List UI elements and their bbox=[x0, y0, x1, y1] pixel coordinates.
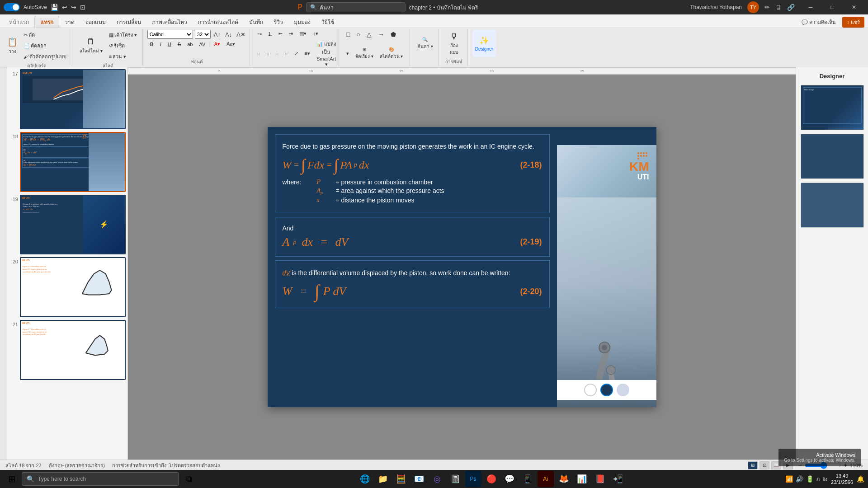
font-shrink-button[interactable]: A↓ bbox=[224, 31, 233, 38]
arrange-button[interactable]: ⊞ จัดเรียง ▾ bbox=[353, 40, 376, 67]
slide-img-19[interactable]: KM UTI Volume 1 is replaced with specifi… bbox=[20, 195, 126, 255]
redo-icon[interactable]: ↪ bbox=[71, 4, 76, 11]
font-color-button[interactable]: A▾ bbox=[212, 40, 223, 48]
comments-button[interactable]: 💬 ความคิดเห็น bbox=[799, 17, 839, 27]
color-option-white[interactable] bbox=[584, 384, 597, 396]
start-button[interactable]: ⊞ bbox=[4, 471, 20, 487]
customize-icon[interactable]: ⊡ bbox=[80, 4, 85, 11]
edge-button[interactable]: 🌐 bbox=[357, 471, 373, 487]
tab-transitions[interactable]: การเปลี่ยน bbox=[111, 16, 146, 28]
align-left-button[interactable]: ≡ bbox=[255, 39, 263, 68]
tab-review[interactable]: รีวิว bbox=[269, 16, 288, 28]
layout-button[interactable]: ▦ เค้าโครง ▾ bbox=[106, 30, 140, 40]
line-spacing-button[interactable]: ↕▾ bbox=[310, 30, 321, 38]
close-button[interactable]: ✕ bbox=[844, 0, 864, 14]
tab-home[interactable]: หน้าแรก bbox=[4, 16, 34, 28]
designer-button[interactable]: ✨ Designer bbox=[472, 30, 496, 57]
task-view-button[interactable]: ⧉ bbox=[181, 471, 197, 487]
slide-thumb-21[interactable]: 21 KM UTI Figure 2.7 Roundtrip cycle of … bbox=[9, 320, 126, 380]
time-display[interactable]: 13:49 23/1/2566 bbox=[831, 473, 853, 486]
columns-button[interactable]: ▤▾ bbox=[297, 30, 309, 38]
line-button[interactable]: 📱 bbox=[519, 471, 536, 487]
text-direction-button[interactable]: ⤢ bbox=[292, 39, 301, 68]
copilot-button[interactable]: ◎ bbox=[429, 471, 445, 487]
font-size2-button[interactable]: Aa▾ bbox=[224, 40, 238, 48]
numbering-button[interactable]: 1. bbox=[265, 30, 275, 38]
tab-help[interactable]: วิธีใช้ bbox=[316, 16, 340, 28]
shape-more-button[interactable]: ▾ bbox=[344, 40, 352, 67]
slide-thumb-20[interactable]: 20 KM UTI Figure 2.7 Roundtrip cycle of … bbox=[9, 257, 126, 317]
shape1[interactable]: □ bbox=[344, 30, 353, 39]
input-method-2[interactable]: อัง bbox=[822, 476, 827, 483]
battery-icon[interactable]: 🔋 bbox=[806, 475, 814, 483]
activate-windows-watermark[interactable]: Activate Windows Go to Settings to activ… bbox=[778, 449, 796, 460]
align-center-button[interactable]: ≡ bbox=[264, 39, 272, 68]
color-option-light[interactable] bbox=[617, 384, 629, 396]
notification-icon[interactable]: 🔔 bbox=[857, 475, 864, 483]
autosave-toggle[interactable] bbox=[4, 3, 20, 11]
tab-draw[interactable]: วาด bbox=[59, 16, 80, 28]
minimize-button[interactable]: ─ bbox=[800, 0, 821, 14]
indent-more-button[interactable]: ⇥ bbox=[286, 30, 296, 38]
font-family-select[interactable]: Calibri bbox=[147, 30, 193, 39]
dictate-button[interactable]: 🎙 ก้องแบบ bbox=[447, 30, 461, 57]
designer-suggestion-3[interactable] bbox=[801, 183, 864, 228]
slide-thumb-18[interactable]: 18 Force due to gas pressure on the movi… bbox=[9, 132, 126, 192]
justify-button[interactable]: ≡ bbox=[282, 39, 290, 68]
pen-icon[interactable]: ✏ bbox=[764, 4, 770, 11]
italic-button[interactable]: I bbox=[157, 41, 164, 48]
slide-thumb-19[interactable]: 19 KM UTI Volume 1 is replaced with spec… bbox=[9, 195, 126, 255]
onenote-button[interactable]: 📓 bbox=[447, 471, 463, 487]
quick-styles-button[interactable]: 🎨 สไตล์ด่วน ▾ bbox=[377, 40, 406, 67]
share-icon[interactable]: 🔗 bbox=[787, 4, 795, 11]
bullets-button[interactable]: ≡• bbox=[255, 30, 264, 38]
font-size-select[interactable]: 32 bbox=[195, 30, 211, 39]
paste-button[interactable]: 📋 วาง bbox=[5, 32, 20, 59]
input-method[interactable]: ภ bbox=[816, 475, 820, 483]
explorer-button[interactable]: 📁 bbox=[375, 471, 391, 487]
indent-less-button[interactable]: ⇤ bbox=[276, 30, 285, 38]
slide-sorter-button[interactable]: ⊡ bbox=[760, 461, 769, 469]
clear-format-button[interactable]: A✕ bbox=[235, 31, 247, 38]
cut-button[interactable]: ✂ ตัด bbox=[21, 30, 69, 40]
maximize-button[interactable]: □ bbox=[822, 0, 843, 14]
tab-slideshow[interactable]: การนำเสนอสไลด์ bbox=[193, 16, 244, 28]
calculator-button[interactable]: 🧮 bbox=[393, 471, 409, 487]
align-text-button[interactable]: ≡▾ bbox=[302, 39, 313, 68]
wechat-button[interactable]: 💬 bbox=[501, 471, 518, 487]
font-grow-button[interactable]: A↑ bbox=[212, 31, 222, 38]
normal-view-button[interactable]: ⊞ bbox=[748, 461, 758, 469]
tab-record[interactable]: บันทึก bbox=[244, 16, 269, 28]
shape2[interactable]: ○ bbox=[354, 30, 363, 39]
slide-thumb-17[interactable]: 17 KM UTI bbox=[9, 69, 126, 129]
tab-insert[interactable]: แทรก bbox=[34, 16, 59, 28]
volume-icon[interactable]: 🔊 bbox=[796, 475, 803, 483]
network-icon[interactable]: 📶 bbox=[785, 475, 793, 483]
bold-button[interactable]: B bbox=[147, 41, 156, 48]
user-avatar[interactable]: TY bbox=[747, 1, 759, 13]
format-painter[interactable]: 🖌 ตัวคัดลอกรูปแบบ bbox=[21, 52, 69, 61]
reader-button[interactable]: 📕 bbox=[592, 471, 608, 487]
app-button[interactable]: 📲 bbox=[610, 471, 626, 487]
align-right-button[interactable]: ≡ bbox=[273, 39, 281, 68]
tab-animations[interactable]: ภาพเคลื่อนไหว bbox=[146, 16, 193, 28]
slide-img-21[interactable]: KM UTI Figure 2.7 Roundtrip cycle of typ… bbox=[20, 320, 126, 380]
designer-suggestion-2[interactable] bbox=[801, 134, 864, 179]
illustrator-button[interactable]: Ai bbox=[538, 471, 554, 487]
color-option-navy[interactable] bbox=[600, 384, 613, 396]
char-spacing-button[interactable]: AV bbox=[196, 41, 208, 48]
underline-button[interactable]: U bbox=[165, 41, 174, 48]
find-button[interactable]: 🔍 ค้นหา ▾ bbox=[415, 30, 436, 57]
photoshop-button[interactable]: Ps bbox=[465, 471, 481, 487]
strikethrough-button[interactable]: S bbox=[175, 41, 184, 48]
slide-img-17[interactable]: KM UTI KMUTI bbox=[20, 69, 126, 129]
undo-icon[interactable]: ↩ bbox=[62, 4, 67, 11]
mail-button[interactable]: 📧 bbox=[411, 471, 427, 487]
reset-button[interactable]: ↺ รีเซ็ต bbox=[106, 41, 140, 51]
chrome-button[interactable]: 🔴 bbox=[483, 471, 500, 487]
tab-design[interactable]: ออกแบบ bbox=[80, 16, 111, 28]
save-icon[interactable]: 💾 bbox=[51, 4, 58, 11]
shadow-button[interactable]: ab bbox=[184, 41, 195, 48]
powerpoint-tb-button[interactable]: 📊 bbox=[574, 471, 590, 487]
shape5[interactable]: ⬟ bbox=[388, 30, 399, 39]
